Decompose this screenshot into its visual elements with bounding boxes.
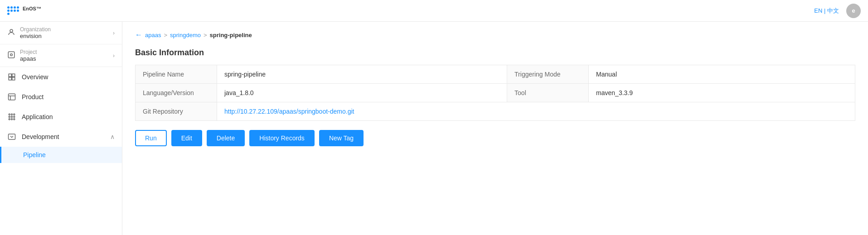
org-value: envision (20, 33, 108, 39)
project-chevron: › (113, 53, 115, 59)
svg-rect-4 (12, 74, 15, 77)
product-icon (7, 92, 16, 101)
delete-button[interactable]: Delete (207, 130, 245, 146)
svg-point-14 (11, 116, 13, 118)
svg-point-10 (9, 114, 10, 115)
sidebar-project[interactable]: Project apaas › (0, 44, 122, 67)
svg-point-15 (14, 116, 15, 118)
svg-point-11 (11, 114, 13, 115)
logo-text: EnOS™ (23, 6, 41, 16)
development-chevron-icon: ∧ (110, 133, 115, 140)
application-icon (7, 112, 16, 121)
value-language: java_1.8.0 (217, 84, 507, 102)
run-button[interactable]: Run (135, 130, 167, 146)
sidebar-item-overview[interactable]: Overview (0, 67, 122, 87)
svg-rect-3 (9, 74, 11, 77)
value-triggering-mode: Manual (589, 65, 855, 84)
sidebar: Organization envision › Project apaas › … (0, 22, 122, 235)
lang-separator: | (824, 7, 825, 14)
development-icon (7, 132, 16, 141)
lang-en[interactable]: EN (814, 7, 822, 14)
sidebar-org[interactable]: Organization envision › (0, 22, 122, 44)
table-row-language: Language/Version java_1.8.0 Tool maven_3… (136, 84, 855, 102)
svg-point-17 (11, 119, 13, 120)
breadcrumb-sep-1: > (164, 32, 167, 38)
top-header: EnOS™ EN | 中文 e (0, 0, 868, 22)
action-buttons: Run Edit Delete History Records New Tag (135, 130, 855, 146)
lang-zh[interactable]: 中文 (827, 7, 839, 14)
svg-point-2 (10, 54, 13, 56)
breadcrumb: ← apaas > springdemo > spring-pipeline (135, 31, 855, 39)
new-tag-button[interactable]: New Tag (319, 130, 364, 146)
project-icon (7, 51, 15, 60)
org-info: Organization envision (20, 26, 108, 39)
project-value: apaas (20, 55, 108, 62)
svg-point-13 (9, 116, 10, 118)
main-layout: Organization envision › Project apaas › … (0, 22, 868, 235)
org-label: Organization (20, 26, 108, 33)
sidebar-item-development[interactable]: Development ∧ (0, 127, 122, 147)
edit-button[interactable]: Edit (171, 130, 202, 146)
label-tool: Tool (507, 84, 589, 102)
header-right: EN | 中文 e (814, 4, 861, 18)
logo-area: EnOS™ (7, 6, 41, 16)
svg-rect-19 (9, 134, 15, 139)
svg-rect-5 (9, 77, 11, 80)
project-info: Project apaas (20, 49, 108, 62)
table-row-pipeline-name: Pipeline Name spring-pipeline Triggering… (136, 65, 855, 84)
lang-switcher[interactable]: EN | 中文 (814, 7, 839, 15)
breadcrumb-item-apaas[interactable]: apaas (145, 32, 161, 38)
user-avatar[interactable]: e (846, 4, 861, 18)
breadcrumb-back[interactable]: ← (135, 31, 142, 39)
value-pipeline-name: spring-pipeline (217, 65, 507, 84)
overview-icon (7, 72, 16, 82)
sidebar-item-product[interactable]: Product (0, 87, 122, 107)
logo-dots (7, 6, 20, 15)
sidebar-submenu-pipeline[interactable]: Pipeline (0, 147, 122, 163)
project-label: Project (20, 49, 108, 55)
svg-rect-6 (12, 77, 15, 80)
breadcrumb-sep-2: > (204, 32, 207, 38)
org-chevron: › (113, 30, 115, 36)
value-tool: maven_3.3.9 (589, 84, 855, 102)
development-label: Development (22, 133, 59, 140)
overview-label: Overview (22, 73, 48, 81)
label-language: Language/Version (136, 84, 217, 102)
content-area: ← apaas > springdemo > spring-pipeline B… (122, 22, 868, 235)
svg-rect-1 (8, 52, 15, 58)
svg-point-12 (14, 114, 15, 115)
pipeline-label: Pipeline (23, 151, 46, 158)
product-label: Product (22, 93, 44, 101)
application-label: Application (22, 113, 53, 120)
breadcrumb-item-springdemo[interactable]: springdemo (170, 32, 201, 38)
svg-rect-7 (9, 94, 15, 100)
breadcrumb-item-current: spring-pipeline (210, 32, 252, 38)
label-triggering-mode: Triggering Mode (507, 65, 589, 84)
logo-tm: ™ (36, 6, 41, 11)
org-icon (7, 28, 15, 38)
history-records-button[interactable]: History Records (249, 130, 315, 146)
svg-point-18 (14, 119, 15, 120)
section-title: Basic Information (135, 48, 855, 58)
svg-point-16 (9, 119, 10, 120)
sidebar-item-application[interactable]: Application (0, 107, 122, 127)
logo-brand: EnOS (23, 6, 36, 11)
value-git-repo[interactable]: http://10.27.22.109/apaas/springboot-dem… (217, 102, 855, 121)
info-table: Pipeline Name spring-pipeline Triggering… (135, 65, 855, 121)
table-row-git-repo: Git Repository http://10.27.22.109/apaas… (136, 102, 855, 121)
label-pipeline-name: Pipeline Name (136, 65, 217, 84)
label-git-repo: Git Repository (136, 102, 217, 121)
svg-point-0 (10, 29, 13, 32)
